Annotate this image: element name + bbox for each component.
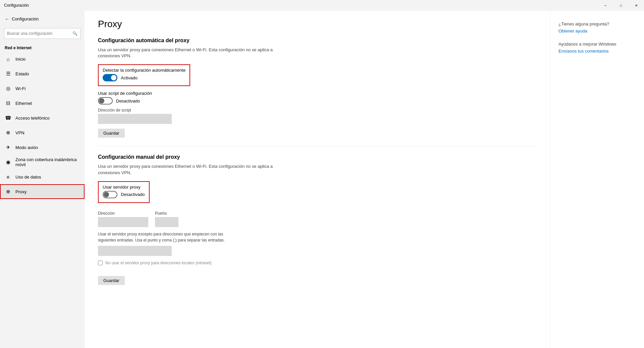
script-config-container: Usar script de configuración Desactivado: [98, 91, 537, 105]
detect-status: Activado: [121, 75, 138, 80]
script-address-input[interactable]: [98, 114, 172, 124]
exception-desc: Usar el servidor proxy excepto para dire…: [98, 231, 225, 243]
proxy-server-status: Desactivado: [121, 192, 145, 197]
proxy-server-toggle[interactable]: [103, 191, 117, 198]
titlebar: Configuración ─ □ ✕: [0, 0, 644, 11]
main-content: Proxy Configuración automática del proxy…: [85, 11, 550, 348]
auto-save-button[interactable]: Guardar: [98, 129, 125, 138]
search-box: 🔍: [4, 28, 80, 39]
nav-label-avion: Modo avión: [15, 145, 38, 150]
no-local-label: No usar el servidor proxy para direccion…: [105, 261, 212, 265]
nav-label-zona: Zona con cobertura inalámbrica móvil: [15, 157, 80, 167]
sidebar-item-ethernet[interactable]: ⊟ Ethernet: [0, 96, 85, 111]
sidebar: ← Configuración 🔍 Red e Internet ⌂ Inici…: [0, 11, 85, 348]
minimize-button[interactable]: ─: [598, 0, 613, 11]
titlebar-left: Configuración: [4, 3, 29, 8]
auto-section-desc: Usa un servidor proxy para conexiones Et…: [98, 47, 292, 59]
exception-input[interactable]: [98, 246, 172, 256]
detect-toggle[interactable]: [103, 74, 117, 81]
manual-proxy-section: Configuración manual del proxy Usa un se…: [98, 154, 537, 285]
port-label: Puerto: [155, 211, 178, 216]
nav-label-inicio: Inicio: [15, 57, 25, 62]
data-icon: ≡: [5, 174, 11, 180]
titlebar-controls: ─ □ ✕: [598, 0, 644, 11]
back-button[interactable]: ← Configuración: [0, 11, 85, 27]
back-label: Configuración: [12, 16, 39, 21]
script-toggle-row: Desactivado: [98, 97, 537, 105]
detect-label: Detectar la configuración automáticament…: [103, 68, 185, 73]
nav-label-wifi: Wi-Fi: [15, 86, 25, 91]
proxy-server-thumb: [104, 192, 109, 197]
nav-label-estado: Estado: [15, 71, 29, 76]
help-link[interactable]: Obtener ayuda: [558, 28, 636, 33]
right-panel-question: ¿Tienes alguna pregunta?: [558, 21, 636, 26]
sidebar-item-wifi[interactable]: ◎ Wi-Fi: [0, 81, 85, 96]
airplane-icon: ✈: [5, 144, 11, 150]
sidebar-item-vpn[interactable]: ⊕ VPN: [0, 125, 85, 140]
sidebar-item-acceso-telefonico[interactable]: ☎ Acceso telefónico: [0, 111, 85, 125]
right-panel-improve: Ayúdanos a mejorar Windows: [558, 42, 636, 47]
search-input[interactable]: [7, 31, 72, 36]
feedback-link[interactable]: Envíanos tus comentarios: [558, 49, 636, 54]
section-divider: [98, 146, 537, 146]
sidebar-item-proxy[interactable]: ⊕ Proxy: [0, 184, 85, 199]
port-input[interactable]: [155, 217, 178, 227]
sidebar-item-inicio[interactable]: ⌂ Inicio: [0, 52, 85, 66]
proxy-server-box: Usar servidor proxy Desactivado: [98, 181, 150, 203]
detect-thumb: [111, 75, 116, 80]
script-track: [98, 97, 113, 105]
script-address-label: Dirección de script: [98, 108, 537, 113]
app-container: ← Configuración 🔍 Red e Internet ⌂ Inici…: [0, 11, 644, 348]
home-icon: ⌂: [5, 56, 11, 62]
manual-save-button[interactable]: Guardar: [98, 276, 125, 285]
sidebar-section-label: Red e Internet: [0, 43, 85, 52]
estado-icon: ☰: [5, 71, 11, 77]
back-arrow-icon: ←: [5, 16, 9, 21]
proxy-icon: ⊕: [5, 189, 11, 195]
script-thumb: [99, 98, 104, 103]
manual-section-title: Configuración manual del proxy: [98, 154, 537, 160]
script-label: Usar script de configuración: [98, 91, 537, 96]
right-panel: ¿Tienes alguna pregunta? Obtener ayuda A…: [550, 11, 644, 348]
detect-config-box: Detectar la configuración automáticament…: [98, 64, 190, 86]
maximize-button[interactable]: □: [613, 0, 629, 11]
nav-label-vpn: VPN: [15, 130, 24, 135]
detect-toggle-row: Activado: [103, 74, 185, 81]
sidebar-item-estado[interactable]: ☰ Estado: [0, 66, 85, 81]
nav-label-ethernet: Ethernet: [15, 101, 32, 106]
close-button[interactable]: ✕: [629, 0, 644, 11]
auto-section-title: Configuración automática del proxy: [98, 38, 537, 44]
search-icon: 🔍: [72, 31, 77, 36]
titlebar-title: Configuración: [4, 3, 29, 8]
address-input[interactable]: [98, 217, 148, 227]
proxy-server-track: [103, 191, 117, 198]
page-title: Proxy: [98, 19, 537, 29]
ethernet-icon: ⊟: [5, 100, 11, 106]
nav-label-acceso: Acceso telefónico: [15, 116, 50, 121]
address-label: Dirección: [98, 211, 148, 216]
sidebar-item-zona-cobertura[interactable]: ◉ Zona con cobertura inalámbrica móvil: [0, 155, 85, 169]
sidebar-item-modo-avion[interactable]: ✈ Modo avión: [0, 140, 85, 155]
phone-icon: ☎: [5, 115, 11, 121]
nav-label-datos: Uso de datos: [15, 175, 41, 180]
proxy-server-toggle-row: Desactivado: [103, 191, 145, 198]
proxy-server-label: Usar servidor proxy: [103, 185, 145, 190]
script-status: Desactivado: [116, 98, 140, 103]
address-port-row: Dirección Puerto: [98, 208, 537, 227]
no-local-row: No usar el servidor proxy para direccion…: [98, 261, 537, 265]
detect-track: [103, 74, 117, 81]
auto-proxy-section: Configuración automática del proxy Usa u…: [98, 38, 537, 138]
script-toggle[interactable]: [98, 97, 113, 105]
no-local-checkbox[interactable]: [98, 261, 103, 265]
port-col: Puerto: [155, 208, 178, 227]
nav-label-proxy: Proxy: [15, 189, 26, 194]
sidebar-item-uso-datos[interactable]: ≡ Uso de datos: [0, 169, 85, 184]
manual-section-desc: Usa un servidor proxy para conexiones Et…: [98, 163, 292, 176]
vpn-icon: ⊕: [5, 130, 11, 136]
wifi-icon: ◎: [5, 85, 11, 91]
address-col: Dirección: [98, 208, 148, 227]
hotspot-icon: ◉: [5, 159, 11, 165]
